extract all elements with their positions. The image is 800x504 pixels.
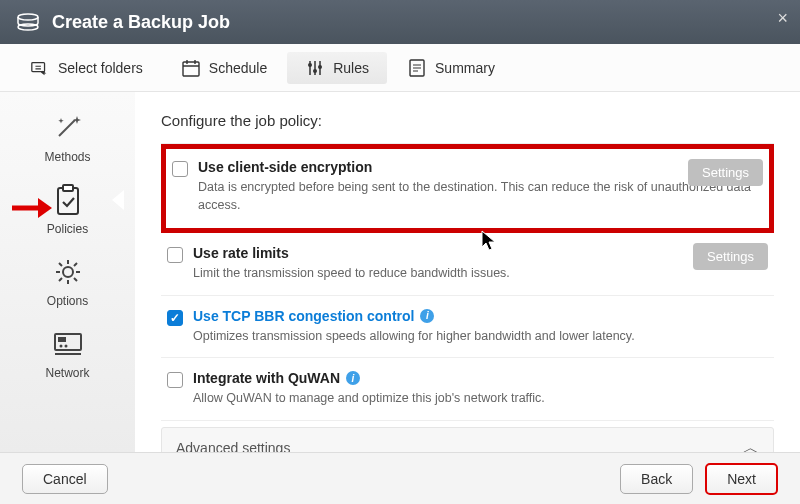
sidebar-label: Policies <box>47 222 88 236</box>
cancel-button[interactable]: Cancel <box>22 464 108 494</box>
bbr-label: Use TCP BBR congestion controli <box>193 308 768 324</box>
quwan-desc: Allow QuWAN to manage and optimize this … <box>193 390 768 408</box>
sidebar-label: Network <box>45 366 89 380</box>
backup-logo-icon <box>16 10 40 34</box>
rate-settings-button[interactable]: Settings <box>693 243 768 270</box>
back-button[interactable]: Back <box>620 464 693 494</box>
rules-sidebar: Methods Policies Options Network <box>0 92 135 452</box>
rate-checkbox[interactable] <box>167 247 183 263</box>
policy-bbr: Use TCP BBR congestion controli Optimize… <box>161 296 774 359</box>
step-rules[interactable]: Rules <box>287 52 387 84</box>
next-button[interactable]: Next <box>705 463 778 495</box>
folders-icon <box>30 58 50 78</box>
svg-point-6 <box>318 65 322 69</box>
quwan-checkbox[interactable] <box>167 372 183 388</box>
svg-point-0 <box>18 14 38 20</box>
step-label: Select folders <box>58 60 143 76</box>
sidebar-label: Options <box>47 294 88 308</box>
close-icon[interactable]: × <box>777 8 788 29</box>
advanced-title: Advanced settings <box>176 440 290 452</box>
svg-point-4 <box>308 63 312 67</box>
svg-point-5 <box>313 69 317 73</box>
policy-quwan: Integrate with QuWANi Allow QuWAN to man… <box>161 358 774 421</box>
svg-point-10 <box>63 267 73 277</box>
panel-heading: Configure the job policy: <box>161 112 774 129</box>
rate-label: Use rate limits <box>193 245 768 261</box>
step-summary[interactable]: Summary <box>389 52 513 84</box>
svg-rect-9 <box>63 185 73 191</box>
step-label: Summary <box>435 60 495 76</box>
network-icon <box>48 326 88 362</box>
summary-icon <box>407 58 427 78</box>
sliders-icon <box>305 58 325 78</box>
step-label: Schedule <box>209 60 267 76</box>
annotation-arrow-icon <box>10 195 54 221</box>
svg-rect-2 <box>32 62 45 71</box>
sidebar-label: Methods <box>44 150 90 164</box>
svg-rect-3 <box>183 62 199 76</box>
encryption-checkbox[interactable] <box>172 161 188 177</box>
info-icon[interactable]: i <box>420 309 434 323</box>
step-label: Rules <box>333 60 369 76</box>
bbr-desc: Optimizes transmission speeds allowing f… <box>193 328 768 346</box>
sidebar-item-network[interactable]: Network <box>28 326 108 380</box>
dialog-header: Create a Backup Job × <box>0 0 800 44</box>
svg-rect-12 <box>58 337 66 342</box>
policy-panel: Configure the job policy: Use client-sid… <box>135 92 800 452</box>
encryption-desc: Data is encrypted before being sent to t… <box>198 179 763 214</box>
dialog-title: Create a Backup Job <box>52 12 230 33</box>
step-select-folders[interactable]: Select folders <box>12 52 161 84</box>
policy-encryption: Use client-side encryption Data is encry… <box>161 144 774 233</box>
step-schedule[interactable]: Schedule <box>163 52 285 84</box>
info-icon[interactable]: i <box>346 371 360 385</box>
svg-point-13 <box>59 345 62 348</box>
rate-desc: Limit the transmission speed to reduce b… <box>193 265 768 283</box>
wand-icon <box>48 110 88 146</box>
advanced-settings: Advanced settings ︿ Only back up updated… <box>161 427 774 453</box>
quwan-label: Integrate with QuWANi <box>193 370 768 386</box>
chevron-up-icon[interactable]: ︿ <box>743 438 759 453</box>
dialog-footer: Cancel Back Next <box>0 452 800 504</box>
encryption-label: Use client-side encryption <box>198 159 763 175</box>
svg-point-14 <box>64 345 67 348</box>
wizard-steps: Select folders Schedule Rules Summary <box>0 44 800 92</box>
svg-point-1 <box>18 24 38 30</box>
gear-icon <box>48 254 88 290</box>
bbr-checkbox[interactable] <box>167 310 183 326</box>
encryption-settings-button[interactable]: Settings <box>688 159 763 186</box>
sidebar-item-methods[interactable]: Methods <box>28 110 108 164</box>
policy-rate-limits: Use rate limits Limit the transmission s… <box>161 233 774 296</box>
sidebar-item-options[interactable]: Options <box>28 254 108 308</box>
calendar-icon <box>181 58 201 78</box>
